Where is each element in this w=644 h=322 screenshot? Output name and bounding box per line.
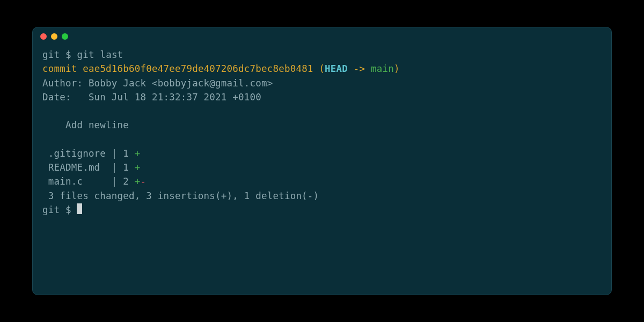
titlebar bbox=[33, 27, 611, 46]
file-stat-line: README.md | 1 bbox=[42, 162, 135, 173]
maximize-icon[interactable] bbox=[62, 33, 68, 40]
commit-hash: eae5d16b60f0e47ee79de407206dc7bec8eb0481 bbox=[83, 63, 313, 74]
file-stat-line: main.c | 2 bbox=[42, 176, 135, 187]
close-icon[interactable] bbox=[40, 33, 47, 40]
prompt-symbol: $ bbox=[65, 204, 71, 215]
prompt-symbol: $ bbox=[65, 49, 71, 60]
minus-icon: - bbox=[141, 176, 147, 187]
branch-name: main bbox=[371, 63, 394, 74]
date-line: Date: Sun Jul 18 21:32:37 2021 +0100 bbox=[42, 92, 261, 103]
head-ref: HEAD bbox=[325, 63, 348, 74]
cursor-icon bbox=[77, 203, 82, 214]
terminal-window[interactable]: git $ git last commit eae5d16b60f0e47ee7… bbox=[32, 27, 612, 295]
paren-open: ( bbox=[319, 63, 325, 74]
commit-label: commit bbox=[42, 63, 77, 74]
plus-icon: + bbox=[135, 176, 141, 187]
plus-icon: + bbox=[135, 162, 141, 173]
prompt-dir: git bbox=[42, 204, 60, 215]
summary-line: 3 files changed, 3 insertions(+), 1 dele… bbox=[42, 191, 319, 201]
arrow-icon: -> bbox=[348, 63, 371, 74]
paren-close: ) bbox=[394, 63, 400, 74]
terminal-body[interactable]: git $ git last commit eae5d16b60f0e47ee7… bbox=[33, 46, 611, 295]
minimize-icon[interactable] bbox=[51, 33, 57, 40]
plus-icon: + bbox=[135, 148, 141, 159]
prompt-dir: git bbox=[42, 49, 60, 60]
command-text: git last bbox=[77, 49, 123, 60]
file-stat-line: .gitignore | 1 bbox=[42, 148, 135, 159]
commit-message: Add newline bbox=[42, 120, 129, 130]
author-line: Author: Bobby Jack <bobbyjack@gmail.com> bbox=[42, 78, 273, 89]
